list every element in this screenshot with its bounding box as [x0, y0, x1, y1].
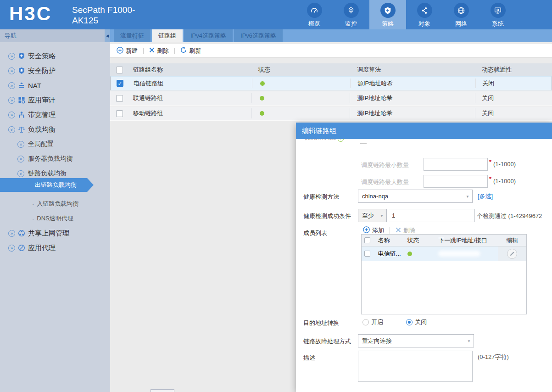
- sidebar-item-security-policy[interactable]: » 安全策略: [0, 50, 110, 62]
- tab-link-group[interactable]: 链路组: [152, 29, 183, 42]
- min-links-label: 调度链路最小数量: [361, 161, 409, 169]
- multi-select-link[interactable]: [多选]: [478, 192, 493, 201]
- health-condition-count-input[interactable]: 1: [388, 209, 475, 222]
- sidebar-item-label: 负载均衡: [28, 125, 56, 134]
- app-proxy-compass-icon: [18, 244, 25, 252]
- chevron-right-icon: »: [17, 141, 24, 148]
- row-checkbox[interactable]: [116, 106, 123, 120]
- status-dot: [260, 106, 264, 120]
- checkbox-icon: [116, 95, 123, 102]
- member-row-checkbox[interactable]: [362, 246, 375, 261]
- load-balance-scale-icon: [18, 126, 25, 133]
- sidebar-item-dns-transparent-proxy[interactable]: · DNS透明代理: [0, 212, 110, 225]
- table-row-mobile[interactable]: 移动链路组 源IP地址哈希 关闭: [110, 106, 552, 121]
- checkbox-icon: [364, 237, 370, 243]
- dropdown-arrow-icon: ▼: [466, 190, 469, 202]
- sidebar-item-server-load-balance[interactable]: » 服务器负载均衡: [0, 152, 110, 165]
- nav-overview[interactable]: 概览: [296, 0, 333, 29]
- health-method-value: china-nqa: [362, 193, 388, 200]
- row-algorithm: 源IP地址哈希: [357, 106, 392, 120]
- row-proximity: 关闭: [482, 106, 494, 120]
- sidebar-item-label: 安全防护: [28, 67, 56, 75]
- sidebar-item-label: 链路负载均衡: [28, 169, 67, 178]
- member-col-name: 名称: [375, 235, 405, 246]
- bullet-icon: ·: [32, 201, 34, 207]
- member-row-name: 电信链...: [375, 246, 405, 261]
- sidebar-item-bandwidth-mgmt[interactable]: » 带宽管理: [0, 108, 110, 121]
- row-proximity: 关闭: [482, 77, 494, 90]
- green-status-icon: [260, 81, 265, 86]
- row-name: 联通链路组: [133, 91, 163, 105]
- select-all-checkbox[interactable]: [116, 63, 123, 76]
- dnat-label: 目的地址转换: [303, 319, 339, 327]
- sidebar-item-inbound-link-load-balance[interactable]: · 入链路负载均衡: [0, 197, 110, 210]
- bandwidth-tree-icon: [18, 111, 25, 118]
- refresh-button[interactable]: 刷新: [178, 47, 203, 55]
- sidebar-item-app-proxy[interactable]: » 应用代理: [0, 241, 110, 254]
- member-select-all-checkbox[interactable]: [362, 235, 375, 246]
- column-header-name[interactable]: 链路组名称: [133, 63, 163, 76]
- sidebar-item-label: 全局配置: [28, 140, 54, 148]
- row-proximity: 关闭: [482, 91, 494, 105]
- globe-icon: [454, 3, 469, 18]
- dnat-radio-on[interactable]: 开启: [362, 318, 383, 326]
- nav-network[interactable]: 网络: [443, 0, 480, 29]
- member-row-edit-cell: [498, 246, 526, 261]
- min-links-hint: (1-1000): [493, 161, 516, 168]
- dnat-radio-off[interactable]: 关闭: [406, 318, 427, 326]
- tab-traffic-profile[interactable]: 流量特征: [114, 29, 151, 42]
- pagination-control-clipped[interactable]: [151, 389, 174, 392]
- gauge-icon: [307, 3, 322, 18]
- row-algorithm: 源IP地址哈希: [357, 77, 393, 90]
- nav-monitor[interactable]: 监控: [333, 0, 369, 29]
- nav-objects[interactable]: 对象: [406, 0, 443, 29]
- health-condition-select[interactable]: 至少 ▼: [358, 209, 387, 222]
- sidebar-item-security-protection[interactable]: » 安全防护: [0, 64, 110, 77]
- column-header-proximity[interactable]: 动态就近性: [482, 63, 512, 76]
- status-dot: [260, 77, 265, 90]
- tab-ipv6-routing-policy[interactable]: IPv6选路策略: [234, 29, 283, 42]
- max-links-input[interactable]: [424, 175, 488, 188]
- bullet-icon: ·: [32, 215, 34, 222]
- failover-select[interactable]: 重定向连接 ▼: [358, 334, 474, 347]
- checkbox-checked-icon: ✓: [117, 80, 123, 87]
- table-row-unicom[interactable]: 联通链路组 源IP地址哈希 关闭: [110, 91, 552, 106]
- sidebar-item-app-audit[interactable]: » 应用审计: [0, 94, 110, 106]
- sidebar-item-nat[interactable]: » NAT: [0, 79, 110, 92]
- device-name: SecPath F1000- AK125: [72, 5, 135, 26]
- refresh-icon: [180, 47, 187, 55]
- member-add-button[interactable]: 添加: [361, 226, 386, 235]
- nav-monitor-label: 监控: [345, 20, 357, 28]
- min-links-input[interactable]: [424, 158, 488, 171]
- dialog-title: 编辑链路组: [296, 123, 552, 139]
- chevron-down-icon: »: [17, 170, 24, 177]
- nav-policy[interactable]: 策略: [369, 0, 406, 29]
- sidebar-item-label: NAT: [28, 82, 41, 90]
- security-protection-shield-icon: [18, 67, 25, 74]
- sidebar-collapse-button[interactable]: ◀: [105, 29, 110, 42]
- health-method-select[interactable]: china-nqa ▼: [358, 190, 473, 203]
- description-textarea[interactable]: [358, 351, 473, 382]
- column-header-status[interactable]: 状态: [258, 63, 270, 76]
- app-screen: H3C SecPath F1000- AK125 概览 监控: [0, 0, 552, 392]
- edit-pencil-button[interactable]: [507, 249, 517, 259]
- new-button[interactable]: 新建: [115, 47, 139, 55]
- table-row-telecom[interactable]: ✓ 电信链路组 源IP地址哈希 关闭: [110, 76, 552, 90]
- nav-system[interactable]: 系统: [480, 0, 516, 29]
- column-header-algorithm[interactable]: 调度算法: [357, 63, 381, 76]
- sidebar-item-global-config[interactable]: » 全局配置: [0, 138, 110, 151]
- row-checkbox[interactable]: [116, 91, 123, 105]
- priority-scheduling-label-clipped: 优先级调度?: [304, 139, 344, 145]
- delete-button[interactable]: 删除: [147, 47, 171, 55]
- row-checkbox[interactable]: ✓: [117, 77, 123, 90]
- nav-objects-label: 对象: [418, 20, 430, 28]
- sidebar-item-outbound-link-load-balance[interactable]: 出链路负载均衡: [0, 178, 87, 192]
- sidebar-item-load-balance[interactable]: » 负载均衡: [0, 123, 110, 136]
- chevron-down-icon: »: [8, 126, 15, 133]
- tab-ipv4-routing-policy[interactable]: IPv4选路策略: [184, 29, 233, 42]
- member-table-row[interactable]: 电信链...: [362, 246, 526, 261]
- sidebar-item-shared-internet-mgmt[interactable]: » 共享上网管理: [0, 227, 110, 240]
- member-delete-button-disabled[interactable]: 删除: [394, 226, 417, 235]
- top-nav: 概览 监控 策略 对象: [296, 0, 516, 29]
- table-toolbar: 新建 删除 刷新: [110, 44, 552, 58]
